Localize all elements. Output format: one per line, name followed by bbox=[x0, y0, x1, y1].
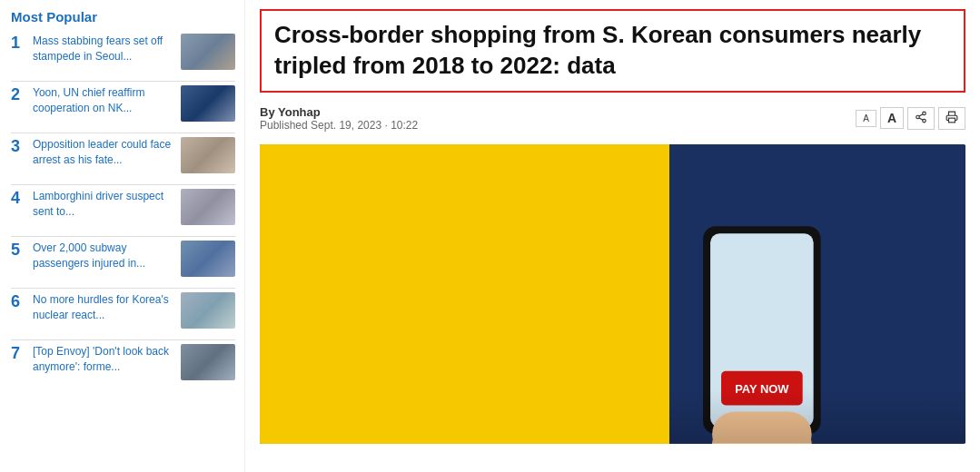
svg-point-2 bbox=[923, 119, 926, 123]
share-button[interactable] bbox=[907, 107, 935, 130]
news-item-text: Over 2,000 subway passengers injured in.… bbox=[33, 241, 173, 271]
published-label: Published bbox=[260, 119, 308, 132]
article-toolbar: A A bbox=[856, 107, 965, 130]
news-item-7[interactable]: 7 [Top Envoy] 'Don't look back anymore':… bbox=[11, 344, 235, 380]
shopping-scene: $ PAY NOW bbox=[260, 144, 965, 444]
yellow-background bbox=[260, 144, 669, 444]
news-item-thumbnail bbox=[181, 344, 235, 380]
svg-rect-5 bbox=[949, 118, 955, 123]
share-icon bbox=[915, 111, 927, 123]
article-date: Published Sept. 19, 2023 · 10:22 bbox=[260, 119, 418, 132]
news-item-text: [Top Envoy] 'Don't look back anymore': f… bbox=[33, 344, 173, 375]
divider bbox=[11, 184, 235, 185]
news-item-number: 5 bbox=[11, 241, 25, 261]
print-button[interactable] bbox=[938, 107, 965, 130]
news-item-number: 7 bbox=[11, 344, 25, 364]
news-item-thumbnail bbox=[181, 85, 235, 122]
news-item-thumbnail bbox=[181, 189, 235, 225]
divider bbox=[11, 236, 235, 237]
news-item-thumbnail bbox=[181, 292, 235, 329]
divider bbox=[11, 288, 235, 289]
article-author: By Yonhap bbox=[260, 105, 321, 119]
divider bbox=[11, 133, 235, 133]
article-title: Cross-border shopping from S. Korean con… bbox=[274, 20, 951, 82]
svg-line-3 bbox=[919, 117, 923, 119]
news-item-3[interactable]: 3 Opposition leader could face arrest as… bbox=[11, 137, 235, 173]
news-item-number: 4 bbox=[11, 189, 25, 209]
news-item-number: 1 bbox=[11, 34, 25, 54]
divider bbox=[11, 81, 235, 82]
article-meta: By Yonhap Published Sept. 19, 2023 · 10:… bbox=[260, 105, 965, 132]
svg-point-0 bbox=[923, 112, 926, 115]
font-small-button[interactable]: A bbox=[856, 110, 876, 127]
main-content: Cross-border shopping from S. Korean con… bbox=[245, 0, 980, 472]
article-image: $ PAY NOW bbox=[260, 144, 965, 444]
news-item-text: Opposition leader could face arrest as h… bbox=[33, 137, 173, 168]
news-item-text: Mass stabbing fears set off stampede in … bbox=[33, 34, 173, 64]
news-item-thumbnail bbox=[181, 34, 235, 70]
news-item-1[interactable]: 1 Mass stabbing fears set off stampede i… bbox=[11, 34, 235, 70]
news-item-6[interactable]: 6 No more hurdles for Korea's nuclear re… bbox=[11, 292, 235, 329]
article-title-box: Cross-border shopping from S. Korean con… bbox=[260, 9, 965, 93]
svg-point-1 bbox=[916, 115, 920, 119]
article-byline: By Yonhap bbox=[260, 105, 418, 119]
print-icon bbox=[945, 111, 958, 123]
sidebar: Most Popular 1 Mass stabbing fears set o… bbox=[0, 0, 245, 472]
sidebar-title: Most Popular bbox=[11, 9, 235, 25]
news-item-number: 6 bbox=[11, 292, 25, 312]
date-value: Sept. 19, 2023 · 10:22 bbox=[311, 119, 418, 132]
news-item-text: Yoon, UN chief reaffirm cooperation on N… bbox=[33, 85, 173, 116]
news-item-thumbnail bbox=[181, 241, 235, 277]
news-item-text: Lamborghini driver suspect sent to... bbox=[33, 189, 173, 220]
font-large-button[interactable]: A bbox=[880, 107, 904, 129]
news-item-thumbnail bbox=[181, 137, 235, 173]
news-list: 1 Mass stabbing fears set off stampede i… bbox=[11, 34, 235, 380]
news-item-text: No more hurdles for Korea's nuclear reac… bbox=[33, 292, 173, 323]
divider bbox=[11, 339, 235, 340]
news-item-2[interactable]: 2 Yoon, UN chief reaffirm cooperation on… bbox=[11, 85, 235, 122]
news-item-4[interactable]: 4 Lamborghini driver suspect sent to... bbox=[11, 189, 235, 225]
news-item-number: 3 bbox=[11, 137, 25, 157]
article-byline-block: By Yonhap Published Sept. 19, 2023 · 10:… bbox=[260, 105, 418, 132]
news-item-5[interactable]: 5 Over 2,000 subway passengers injured i… bbox=[11, 241, 235, 277]
news-item-number: 2 bbox=[11, 85, 25, 105]
svg-line-4 bbox=[919, 113, 923, 115]
